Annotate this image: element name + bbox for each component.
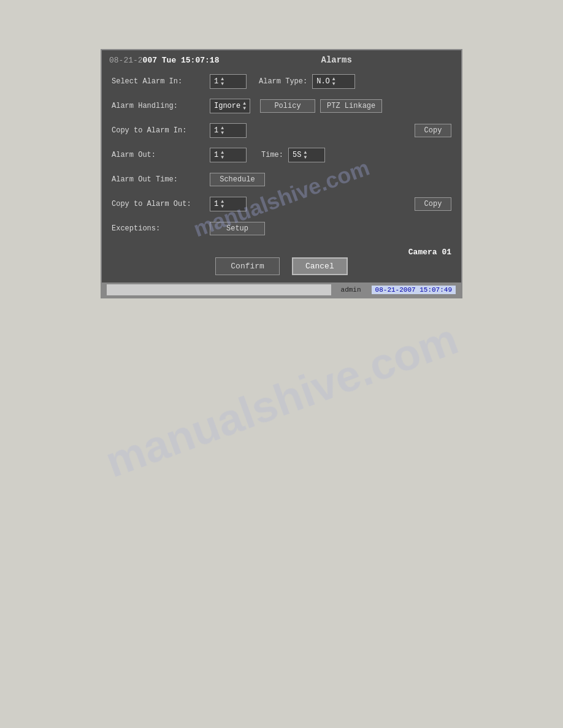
time-label: Time:: [261, 151, 283, 159]
row-copy-to-alarm-out: Copy to Alarm Out: 1 ▲▼ Copy: [112, 195, 451, 213]
alarm-type-select[interactable]: N.O ▲▼: [312, 74, 355, 89]
camera-label: Camera 01: [408, 248, 451, 257]
datetime-prefix: 08-21-2: [109, 56, 143, 65]
copy-to-alarm-out-select[interactable]: 1 ▲▼: [210, 197, 247, 211]
status-bar-left: [107, 284, 331, 295]
copy1-button[interactable]: Copy: [415, 124, 451, 137]
row-alarm-out: Alarm Out: 1 ▲▼ Time: 5S ▲▼: [112, 146, 451, 164]
alarm-type-label: Alarm Type:: [259, 77, 307, 86]
status-user: admin: [336, 286, 366, 294]
datetime: 08-21-2007 Tue 15:07:18: [109, 56, 219, 65]
alarm-handling-arrows: ▲▼: [243, 101, 246, 111]
exceptions-label: Exceptions:: [112, 224, 210, 233]
select-alarm-in-arrows: ▲▼: [221, 77, 224, 86]
row-copy-to-alarm-in: Copy to Alarm In: 1 ▲▼ Copy: [112, 121, 451, 140]
alarm-out-time-label: Alarm Out Time:: [112, 175, 210, 184]
confirm-button[interactable]: Confirm: [215, 257, 280, 275]
row-alarm-out-time: Alarm Out Time: Schedule: [112, 170, 451, 189]
dvr-header: 08-21-2007 Tue 15:07:18 Alarms: [102, 50, 461, 67]
copy-to-alarm-in-label: Copy to Alarm In:: [112, 126, 210, 135]
copy-to-alarm-in-arrows: ▲▼: [221, 126, 224, 135]
ptz-linkage-button[interactable]: PTZ Linkage: [320, 99, 382, 113]
alarm-out-label: Alarm Out:: [112, 151, 210, 159]
select-alarm-in-select[interactable]: 1 ▲▼: [210, 74, 247, 89]
alarm-handling-label: Alarm Handling:: [112, 102, 210, 110]
copy-to-alarm-out-arrows: ▲▼: [221, 199, 224, 209]
time-select[interactable]: 5S ▲▼: [288, 148, 325, 162]
alarm-out-select[interactable]: 1 ▲▼: [210, 148, 247, 162]
alarm-type-arrows: ▲▼: [332, 77, 335, 86]
page-title: Alarms: [219, 55, 454, 65]
alarm-out-arrows: ▲▼: [221, 150, 224, 160]
dvr-window: manualshive.com 08-21-2007 Tue 15:07:18 …: [101, 49, 462, 298]
datetime-bold: 007 Tue 15:07:18: [143, 56, 220, 65]
row-select-alarm-in: Select Alarm In: 1 ▲▼ Alarm Type: N.O ▲▼: [112, 72, 451, 91]
row-alarm-handling: Alarm Handling: Ignore ▲▼ Policy PTZ Lin…: [112, 97, 451, 115]
copy-to-alarm-in-select[interactable]: 1 ▲▼: [210, 123, 247, 138]
alarm-handling-select[interactable]: Ignore ▲▼: [210, 99, 250, 113]
dvr-content: Select Alarm In: 1 ▲▼ Alarm Type: N.O ▲▼…: [102, 67, 461, 251]
page-watermark: manualshive.com: [99, 314, 464, 488]
time-arrows: ▲▼: [304, 150, 307, 160]
setup-button[interactable]: Setup: [210, 222, 265, 235]
select-alarm-in-label: Select Alarm In:: [112, 77, 210, 86]
schedule-button[interactable]: Schedule: [210, 173, 265, 186]
copy-to-alarm-out-label: Copy to Alarm Out:: [112, 200, 210, 208]
status-datetime: 08-21-2007 15:07:49: [371, 285, 456, 295]
cancel-button[interactable]: Cancel: [292, 257, 348, 275]
status-bar: admin 08-21-2007 15:07:49: [102, 282, 461, 297]
policy-button[interactable]: Policy: [260, 99, 315, 113]
copy2-button[interactable]: Copy: [415, 197, 451, 211]
row-exceptions: Exceptions: Setup: [112, 219, 451, 238]
dvr-footer: Confirm Cancel Camera 01: [102, 251, 461, 282]
